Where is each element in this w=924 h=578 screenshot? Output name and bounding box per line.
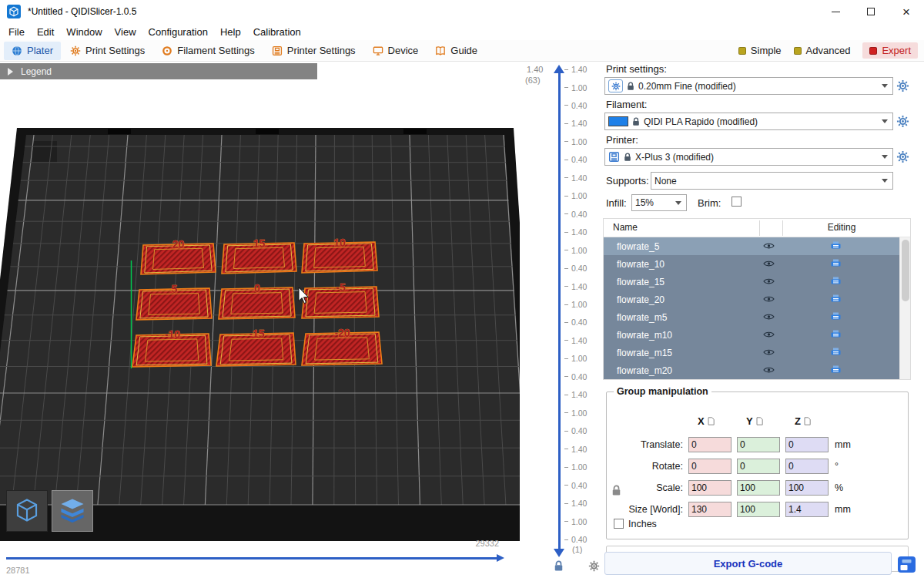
close-button[interactable]: × [889,0,924,23]
menu-calibration[interactable]: Calibration [247,26,307,38]
infill-combo[interactable]: 15% [631,194,687,211]
visibility-eye-icon[interactable] [763,331,775,338]
gm-y-input[interactable] [737,480,780,496]
tick-mark [564,395,568,395]
tab-filament-settings[interactable]: Filament Settings [154,42,262,60]
list-item-flowrate_20[interactable]: flowrate_20 [604,291,899,308]
export-gcode-button[interactable]: Export G-code [604,552,892,575]
viewport-3d[interactable]: 20151050-5-10-15-20 Legend 29332 28781 [0,62,520,578]
slider-track[interactable] [6,557,497,560]
editing-icon[interactable] [831,348,841,357]
slider-lock-icon[interactable] [554,560,564,572]
axis-letter: X [698,415,705,427]
list-item-flowrate_10[interactable]: flowrate_10 [604,255,899,273]
print-settings-gear-button[interactable] [896,79,909,92]
tab-guide[interactable]: Guide [427,42,485,60]
list-scrollbar[interactable] [899,237,910,379]
editing-icon[interactable] [831,259,841,268]
slider-up-arrow[interactable] [554,65,564,73]
gm-y-input[interactable] [737,502,780,517]
visibility-eye-icon[interactable] [763,313,775,321]
menu-configuration[interactable]: Configuration [142,26,214,38]
layer-tick: 1.40 [564,227,587,237]
mode-expert[interactable]: Expert [862,42,918,59]
bed-surface [0,135,520,505]
menu-view[interactable]: View [109,26,142,38]
column-header-name[interactable]: Name [613,222,638,233]
print-settings-combo[interactable]: 0.20mm Fine (modified) [604,77,893,95]
gcode-move-slider[interactable] [6,554,508,563]
gm-z-input[interactable] [785,502,829,517]
layer-tick: 0.40 [564,481,587,490]
column-header-editing[interactable]: Editing [782,222,901,233]
editing-icon[interactable] [831,241,841,250]
view-3d-button[interactable] [6,490,48,532]
gcode-move-value: 28781 [6,566,30,575]
visibility-eye-icon[interactable] [763,348,775,356]
tab-plater[interactable]: Plater [4,42,61,60]
brim-checkbox[interactable] [732,197,742,207]
minimize-button[interactable] [818,0,853,23]
mode-advanced[interactable]: Advanced [794,45,851,56]
editing-icon[interactable] [831,312,841,321]
tab-print-settings[interactable]: Print Settings [62,42,152,60]
gm-x-input[interactable] [688,502,732,517]
object-list-header: Name Editing [604,219,910,237]
scrollbar-thumb[interactable] [902,240,909,301]
visibility-eye-icon[interactable] [763,366,775,374]
view-preview-button[interactable] [52,490,93,532]
maximize-button[interactable] [853,0,889,23]
printer-gear-button[interactable] [896,150,909,163]
menu-help[interactable]: Help [214,26,247,38]
layer-number-top: (63) [525,76,541,85]
filament-gear-button[interactable] [896,115,909,128]
gm-z-input[interactable] [785,437,829,452]
visibility-eye-icon[interactable] [763,242,775,250]
menu-file[interactable]: File [2,26,31,38]
editing-icon[interactable] [831,365,841,375]
gm-y-input[interactable] [737,459,780,474]
gcode-move-max: 29332 [430,539,499,548]
editing-icon[interactable] [831,330,841,339]
visibility-eye-icon[interactable] [763,295,775,303]
slider-right-arrow[interactable] [497,554,504,562]
list-item-flowrate_15[interactable]: flowrate_15 [604,273,899,291]
tab-label: Print Settings [85,45,145,56]
print-profile-icon [608,79,623,92]
send-to-printer-icon[interactable] [897,556,916,573]
slider-gear-icon[interactable] [588,560,600,572]
gm-x-input[interactable] [688,459,732,474]
list-item-flowrate_5[interactable]: flowrate_5 [604,237,899,255]
reset-icon[interactable] [804,417,811,425]
supports-combo[interactable]: None [651,172,893,190]
slider-down-arrow[interactable] [554,549,564,557]
layer-slider-track[interactable] [558,73,561,549]
print-settings-label: Print settings: [606,63,667,75]
legend-bar[interactable]: Legend [0,63,317,79]
mode-simple[interactable]: Simple [738,45,782,56]
visibility-eye-icon[interactable] [763,260,775,267]
list-item-flowrate_m10[interactable]: flowrate_m10 [604,326,899,344]
gm-y-input[interactable] [737,437,780,452]
printer-combo[interactable]: X-Plus 3 (modified) [604,148,893,166]
menu-edit[interactable]: Edit [31,26,60,38]
gm-x-input[interactable] [688,437,732,452]
layer-tick: 1.40 [564,65,587,74]
printer-value: X-Plus 3 (modified) [635,152,714,163]
tab-device[interactable]: Device [365,42,427,60]
filament-combo[interactable]: QIDI PLA Rapido (modified) [604,113,893,130]
editing-icon[interactable] [831,294,841,304]
visibility-eye-icon[interactable] [763,277,775,285]
gm-z-input[interactable] [785,459,829,474]
list-item-flowrate_m15[interactable]: flowrate_m15 [604,344,899,361]
list-item-flowrate_m20[interactable]: flowrate_m20 [604,361,899,379]
reset-icon[interactable] [708,417,715,425]
editing-icon[interactable] [831,277,841,286]
list-item-flowrate_m5[interactable]: flowrate_m5 [604,308,899,326]
inches-checkbox[interactable] [614,519,624,529]
gm-x-input[interactable] [688,480,732,496]
reset-icon[interactable] [756,417,763,425]
gm-z-input[interactable] [785,480,829,496]
tab-printer-settings[interactable]: Printer Settings [264,42,363,60]
menu-window[interactable]: Window [60,26,108,38]
